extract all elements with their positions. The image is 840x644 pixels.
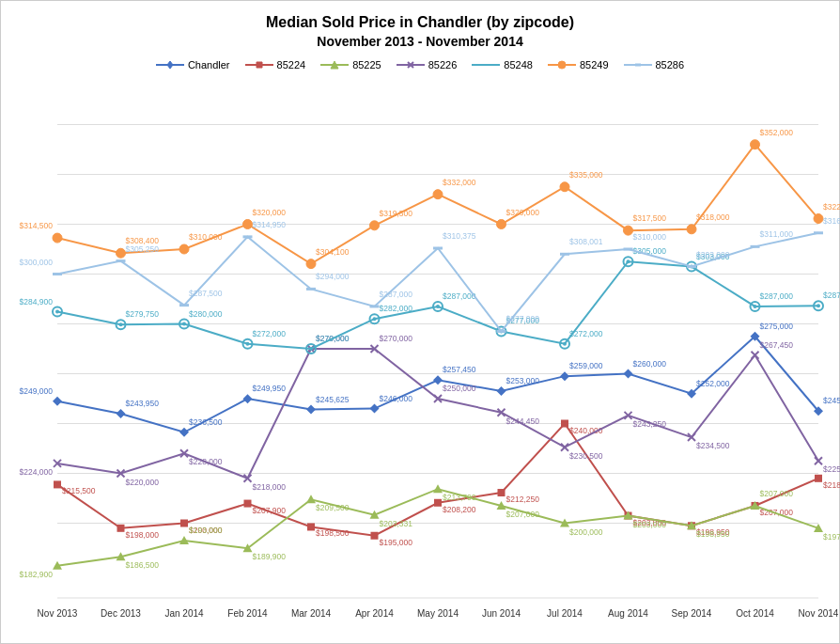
svg-text:$209,500: $209,500 bbox=[316, 503, 350, 512]
svg-marker-44 bbox=[243, 394, 253, 403]
svg-text:$207,900: $207,900 bbox=[253, 506, 287, 515]
svg-point-189 bbox=[754, 305, 757, 308]
svg-text:$195,000: $195,000 bbox=[380, 538, 413, 547]
svg-point-162 bbox=[182, 322, 186, 326]
svg-point-171 bbox=[373, 317, 377, 321]
svg-text:$270,000: $270,000 bbox=[316, 334, 350, 343]
svg-text:$270,000: $270,000 bbox=[380, 334, 413, 343]
svg-text:$212,250: $212,250 bbox=[506, 495, 540, 504]
svg-point-156 bbox=[55, 310, 59, 314]
svg-text:$249,000: $249,000 bbox=[20, 386, 54, 396]
svg-text:$207,000: $207,000 bbox=[760, 489, 794, 498]
svg-text:Apr 2014: Apr 2014 bbox=[355, 608, 394, 619]
svg-text:$287,500: $287,500 bbox=[189, 289, 223, 298]
svg-text:$310,375: $310,375 bbox=[443, 231, 476, 241]
svg-rect-78 bbox=[498, 489, 506, 496]
svg-rect-64 bbox=[54, 480, 61, 488]
svg-text:$220,000: $220,000 bbox=[126, 478, 160, 487]
svg-point-168 bbox=[309, 347, 313, 351]
chart-svg: Nov 2013Dec 2013Jan 2014Feb 2014Mar 2014… bbox=[1, 1, 840, 644]
svg-text:$352,000: $352,000 bbox=[760, 128, 794, 137]
svg-marker-40 bbox=[117, 409, 126, 418]
svg-text:Feb 2014: Feb 2014 bbox=[227, 608, 268, 619]
svg-text:$314,500: $314,500 bbox=[20, 221, 54, 230]
svg-point-214 bbox=[687, 225, 696, 234]
svg-rect-76 bbox=[434, 499, 442, 507]
svg-point-159 bbox=[119, 322, 123, 326]
svg-text:$332,000: $332,000 bbox=[443, 178, 476, 187]
svg-text:$284,900: $284,900 bbox=[20, 297, 54, 306]
svg-text:Jan 2014: Jan 2014 bbox=[164, 608, 204, 619]
svg-text:Oct 2014: Oct 2014 bbox=[736, 608, 774, 619]
svg-text:$245,000: $245,000 bbox=[823, 396, 840, 405]
svg-text:$246,000: $246,000 bbox=[380, 394, 413, 403]
svg-text:$304,100: $304,100 bbox=[316, 247, 350, 257]
svg-text:$245,625: $245,625 bbox=[316, 395, 350, 404]
svg-text:$249,950: $249,950 bbox=[253, 384, 287, 393]
svg-text:Sep 2014: Sep 2014 bbox=[672, 608, 712, 619]
svg-text:$244,450: $244,450 bbox=[506, 416, 540, 426]
svg-text:Jun 2014: Jun 2014 bbox=[482, 608, 521, 619]
svg-point-204 bbox=[370, 221, 380, 230]
svg-text:$182,900: $182,900 bbox=[20, 570, 54, 579]
svg-text:$311,000: $311,000 bbox=[760, 229, 794, 239]
svg-marker-46 bbox=[306, 405, 316, 415]
svg-text:$198,500: $198,500 bbox=[316, 528, 350, 538]
svg-text:$320,000: $320,000 bbox=[506, 208, 540, 217]
svg-rect-72 bbox=[307, 523, 315, 530]
svg-text:$267,450: $267,450 bbox=[760, 340, 794, 350]
svg-text:$335,000: $335,000 bbox=[569, 170, 603, 180]
svg-text:Nov 2014: Nov 2014 bbox=[799, 608, 839, 619]
svg-text:$197,950: $197,950 bbox=[823, 532, 840, 542]
svg-text:$243,250: $243,250 bbox=[633, 419, 667, 429]
svg-text:May 2014: May 2014 bbox=[417, 608, 459, 619]
svg-text:Mar 2014: Mar 2014 bbox=[291, 608, 332, 619]
svg-text:$257,450: $257,450 bbox=[443, 365, 476, 374]
svg-text:$287,000: $287,000 bbox=[380, 290, 413, 299]
svg-text:$287,000: $287,000 bbox=[760, 291, 794, 301]
svg-point-165 bbox=[246, 342, 250, 346]
svg-text:$272,000: $272,000 bbox=[569, 329, 603, 338]
svg-text:$316,500: $316,500 bbox=[823, 216, 840, 226]
svg-text:$305,250: $305,250 bbox=[126, 244, 160, 254]
svg-point-206 bbox=[433, 190, 443, 199]
svg-rect-74 bbox=[371, 532, 379, 540]
svg-text:$236,500: $236,500 bbox=[189, 417, 223, 427]
svg-text:Jul 2014: Jul 2014 bbox=[547, 608, 583, 619]
svg-text:$218,000: $218,000 bbox=[823, 480, 840, 490]
svg-marker-56 bbox=[624, 369, 633, 379]
svg-text:$230,500: $230,500 bbox=[569, 451, 603, 461]
svg-rect-70 bbox=[244, 500, 252, 508]
svg-marker-98 bbox=[306, 495, 316, 503]
svg-text:$279,750: $279,750 bbox=[126, 309, 160, 319]
svg-text:$234,500: $234,500 bbox=[696, 441, 730, 450]
svg-point-216 bbox=[751, 140, 760, 149]
svg-text:$317,500: $317,500 bbox=[633, 213, 667, 223]
svg-point-196 bbox=[117, 248, 126, 258]
svg-point-180 bbox=[563, 342, 567, 346]
svg-text:$294,000: $294,000 bbox=[316, 272, 350, 281]
svg-text:Nov 2013: Nov 2013 bbox=[38, 608, 78, 619]
svg-marker-50 bbox=[433, 375, 443, 385]
svg-text:$218,000: $218,000 bbox=[253, 482, 287, 492]
svg-text:$322,250: $322,250 bbox=[823, 202, 840, 212]
svg-text:$308,001: $308,001 bbox=[569, 237, 603, 246]
svg-text:$300,000: $300,000 bbox=[20, 258, 54, 267]
svg-point-208 bbox=[497, 220, 506, 229]
svg-rect-88 bbox=[815, 475, 822, 482]
svg-text:$259,000: $259,000 bbox=[569, 361, 603, 370]
svg-text:$303,000: $303,000 bbox=[696, 250, 730, 259]
svg-point-192 bbox=[817, 304, 820, 307]
svg-text:$200,000: $200,000 bbox=[569, 527, 603, 537]
svg-text:$280,000: $280,000 bbox=[189, 309, 223, 319]
svg-text:$213,700: $213,700 bbox=[443, 493, 476, 502]
svg-marker-48 bbox=[370, 404, 380, 414]
svg-text:$193,000: $193,000 bbox=[189, 526, 223, 535]
svg-point-183 bbox=[627, 259, 630, 263]
svg-text:$189,900: $189,900 bbox=[253, 552, 287, 561]
svg-text:$203,331: $203,331 bbox=[380, 519, 413, 528]
svg-point-210 bbox=[560, 182, 569, 192]
svg-text:$310,000: $310,000 bbox=[633, 232, 667, 242]
svg-text:$243,950: $243,950 bbox=[126, 399, 160, 408]
svg-marker-102 bbox=[433, 484, 443, 493]
